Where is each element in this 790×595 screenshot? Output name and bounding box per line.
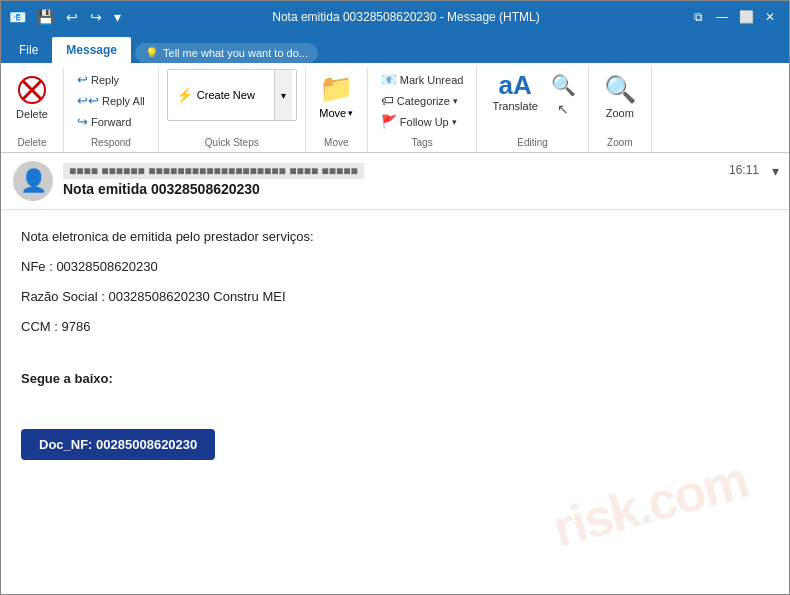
follow-up-label: Follow Up xyxy=(400,116,449,128)
categorize-button[interactable]: 🏷 Categorize ▾ xyxy=(376,90,469,111)
reply-all-button[interactable]: ↩↩ Reply All xyxy=(72,90,150,111)
undo-icon[interactable]: ↩ xyxy=(62,7,82,27)
customize-icon[interactable]: ▾ xyxy=(110,7,125,27)
translate-label: Translate xyxy=(492,100,537,112)
email-time: 16:11 xyxy=(729,163,759,177)
lightbulb-icon: 💡 xyxy=(145,47,159,60)
maximize-button[interactable]: ⬜ xyxy=(735,6,757,28)
email-meta: ■■■■ ■■■■■■ ■■■■■■■■■■■■■■■■■■■ ■■■■ ■■■… xyxy=(63,161,777,197)
delete-group-content: Delete xyxy=(9,69,55,135)
move-icon: 📁 xyxy=(319,72,354,105)
followup-dropdown[interactable]: ▾ xyxy=(452,117,457,127)
body-line1: Nota eletronica de emitida pelo prestado… xyxy=(21,226,769,248)
categorize-label: Categorize xyxy=(397,95,450,107)
reply-button[interactable]: ↩ Reply xyxy=(72,69,124,90)
body-line4: Razão Social : 00328508620230 Constru ME… xyxy=(21,286,769,308)
tab-message[interactable]: Message xyxy=(52,37,131,63)
ribbon: Delete Delete ↩ Reply ↩↩ Reply All xyxy=(1,63,789,153)
forward-label: Forward xyxy=(91,116,131,128)
zoom-label: Zoom xyxy=(606,107,634,119)
move-label: Move xyxy=(319,107,346,119)
mark-unread-button[interactable]: 📧 Mark Unread xyxy=(376,69,469,90)
delete-group-label: Delete xyxy=(9,135,55,152)
translate-aa-icon: aA xyxy=(498,72,531,98)
ribbon-group-editing: aA Translate 🔍 ↖ Editing xyxy=(477,67,588,152)
editing-group-content: aA Translate 🔍 ↖ xyxy=(485,69,579,135)
email-body: Nota eletronica de emitida pelo prestado… xyxy=(1,210,789,476)
doc-nf-button[interactable]: Doc_NF: 00285008620230 xyxy=(21,429,215,460)
outlook-icon: 📧 xyxy=(9,9,25,25)
body-segue: Segue a baixo: xyxy=(21,371,113,386)
ribbon-group-move: 📁 Move ▾ Move xyxy=(306,67,368,152)
outlook-window: 📧 💾 ↩ ↪ ▾ Nota emitida 00328508620230 - … xyxy=(0,0,790,595)
body-line5: CCM : 9786 xyxy=(21,316,769,338)
quick-steps-area: ⚡ Create New ▾ xyxy=(167,69,297,121)
forward-button[interactable]: ↪ Forward xyxy=(72,111,136,132)
email-reading-area: risk.com 👤 ■■■■ ■■■■■■ ■■■■■■■■■■■■■■■■■… xyxy=(1,153,789,594)
reply-icon: ↩ xyxy=(77,72,88,87)
zoom-group-content: 🔍 Zoom xyxy=(597,69,643,135)
quick-steps-box[interactable]: ⚡ Create New ▾ xyxy=(167,69,297,121)
categorize-dropdown[interactable]: ▾ xyxy=(453,96,458,106)
follow-up-button[interactable]: 🚩 Follow Up ▾ xyxy=(376,111,469,132)
move-label-row: Move ▾ xyxy=(319,107,353,119)
avatar-icon: 👤 xyxy=(20,168,47,194)
email-header: 👤 ■■■■ ■■■■■■ ■■■■■■■■■■■■■■■■■■■ ■■■■ ■… xyxy=(1,153,789,210)
ribbon-group-delete: Delete Delete xyxy=(1,67,64,152)
tags-stack: 📧 Mark Unread 🏷 Categorize ▾ 🚩 Follow Up… xyxy=(376,69,469,132)
title-bar-left: 📧 💾 ↩ ↪ ▾ xyxy=(9,7,125,27)
close-button[interactable]: ✕ xyxy=(759,6,781,28)
quicksteps-dropdown[interactable]: ▾ xyxy=(274,70,292,120)
body-line3: NFe : 00328508620230 xyxy=(21,256,769,278)
quicksteps-content: ⚡ Create New ▾ xyxy=(167,69,297,135)
save-icon[interactable]: 💾 xyxy=(33,7,58,27)
tab-bar: File Message 💡 Tell me what you want to … xyxy=(1,33,789,63)
ribbon-group-quicksteps: ⚡ Create New ▾ Quick Steps xyxy=(159,67,306,152)
forward-icon: ↪ xyxy=(77,114,88,129)
search-edit-icon: 🔍 xyxy=(551,73,576,97)
respond-group-label: Respond xyxy=(72,135,150,152)
avatar: 👤 xyxy=(13,161,53,201)
delete-icon xyxy=(16,74,48,106)
tags-group-label: Tags xyxy=(376,135,469,152)
create-new-label: Create New xyxy=(197,89,255,101)
reply-all-label: Reply All xyxy=(102,95,145,107)
create-new-item: ⚡ Create New xyxy=(172,85,259,105)
mark-unread-label: Mark Unread xyxy=(400,74,464,86)
zoom-icon: 🔍 xyxy=(604,74,636,105)
tell-me-box[interactable]: 💡 Tell me what you want to do... xyxy=(135,43,318,63)
tab-file[interactable]: File xyxy=(5,37,52,63)
respond-group-content: ↩ Reply ↩↩ Reply All ↪ Forward xyxy=(72,69,150,135)
ribbon-group-respond: ↩ Reply ↩↩ Reply All ↪ Forward Respond xyxy=(64,67,159,152)
tags-group-content: 📧 Mark Unread 🏷 Categorize ▾ 🚩 Follow Up… xyxy=(376,69,469,135)
redo-icon[interactable]: ↪ xyxy=(86,7,106,27)
mark-unread-icon: 📧 xyxy=(381,72,397,87)
restore-icon[interactable]: ⧉ xyxy=(687,6,709,28)
quick-access-toolbar: 💾 ↩ ↪ ▾ xyxy=(33,7,125,27)
zoom-button[interactable]: 🔍 Zoom xyxy=(597,69,643,124)
expand-icon[interactable]: ▾ xyxy=(772,163,779,179)
move-button[interactable]: 📁 Move ▾ xyxy=(314,69,359,122)
title-bar: 📧 💾 ↩ ↪ ▾ Nota emitida 00328508620230 - … xyxy=(1,1,789,33)
delete-button[interactable]: Delete xyxy=(9,69,55,126)
minimize-button[interactable]: — xyxy=(711,6,733,28)
email-from: ■■■■ ■■■■■■ ■■■■■■■■■■■■■■■■■■■ ■■■■ ■■■… xyxy=(63,163,364,179)
lightning-icon: ⚡ xyxy=(176,87,193,103)
reply-label: Reply xyxy=(91,74,119,86)
ribbon-group-zoom: 🔍 Zoom Zoom xyxy=(589,67,652,152)
categorize-icon: 🏷 xyxy=(381,93,394,108)
window-title: Nota emitida 00328508620230 - Message (H… xyxy=(125,10,687,24)
quicksteps-group-label: Quick Steps xyxy=(167,135,297,152)
tell-me-text: Tell me what you want to do... xyxy=(163,47,308,59)
move-group-content: 📁 Move ▾ xyxy=(314,69,359,135)
email-subject: Nota emitida 00328508620230 xyxy=(63,181,777,197)
reply-all-icon: ↩↩ xyxy=(77,93,99,108)
window-controls: ⧉ — ⬜ ✕ xyxy=(687,6,781,28)
move-dropdown-icon[interactable]: ▾ xyxy=(348,108,353,118)
translate-button[interactable]: aA Translate xyxy=(485,69,544,115)
follow-up-icon: 🚩 xyxy=(381,114,397,129)
body-line7: Segue a baixo: xyxy=(21,368,769,390)
ribbon-group-tags: 📧 Mark Unread 🏷 Categorize ▾ 🚩 Follow Up… xyxy=(368,67,478,152)
cursor-area: 🔍 ↖ xyxy=(547,69,580,121)
move-group-label: Move xyxy=(314,135,359,152)
